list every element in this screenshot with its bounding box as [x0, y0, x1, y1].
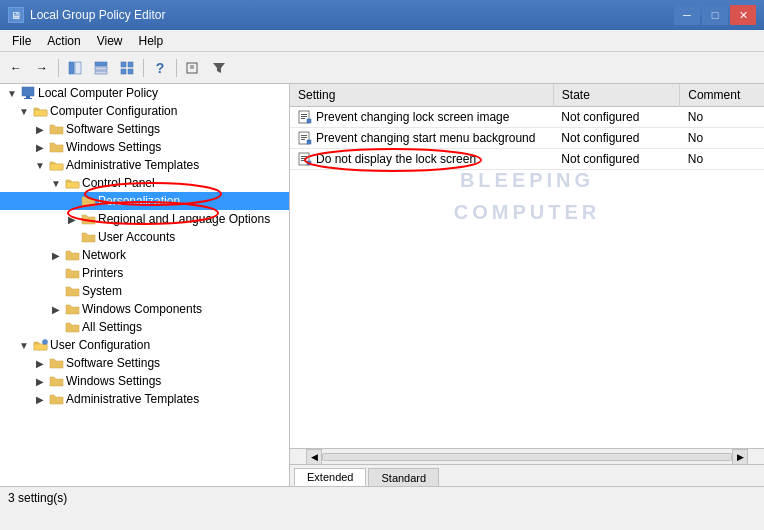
col-header-comment[interactable]: Comment — [680, 84, 764, 107]
tree-item-admin-templates-cc[interactable]: ▼ Administrative Templates — [0, 156, 289, 174]
policy-icon-3 — [298, 152, 312, 166]
label-setting-1: Prevent changing lock screen image — [316, 110, 509, 124]
label-regional: Regional and Language Options — [98, 212, 270, 226]
tree-item-computer-configuration[interactable]: ▼ Computer Configuration — [0, 102, 289, 120]
table-row[interactable]: Prevent changing start menu background N… — [290, 128, 764, 149]
svg-rect-28 — [301, 156, 307, 157]
folder-icon-at-uc — [48, 392, 64, 406]
toggle-regional[interactable]: ▶ — [64, 214, 80, 225]
svg-rect-2 — [95, 62, 107, 66]
toggle-all-settings[interactable] — [48, 322, 64, 333]
folder-icon-reg — [80, 212, 96, 226]
tree-item-printers[interactable]: Printers — [0, 264, 289, 282]
toggle-control-panel[interactable]: ▼ — [48, 178, 64, 189]
toggle-user-configuration[interactable]: ▼ — [16, 340, 32, 351]
toolbar-separator-1 — [58, 59, 59, 77]
table-cell-setting-3: Do not display the lock screen — [290, 149, 553, 169]
tree-item-all-settings[interactable]: All Settings — [0, 318, 289, 336]
toggle-windows-settings-cc[interactable]: ▶ — [32, 142, 48, 153]
menu-action[interactable]: Action — [39, 32, 88, 50]
svg-rect-24 — [301, 137, 307, 138]
menu-view[interactable]: View — [89, 32, 131, 50]
tree-item-regional[interactable]: ▶ Regional and Language Options — [0, 210, 289, 228]
toggle-printers[interactable] — [48, 268, 64, 279]
tree-item-user-configuration[interactable]: ▼ User Configuration — [0, 336, 289, 354]
toggle-user-accounts[interactable] — [64, 232, 80, 243]
main-content: ▼ Local Computer Policy ▼ Computer Confi… — [0, 84, 764, 486]
tree-item-local-computer-policy[interactable]: ▼ Local Computer Policy — [0, 84, 289, 102]
folder-icon-pr — [64, 266, 80, 280]
menu-file[interactable]: File — [4, 32, 39, 50]
horizontal-scrollbar[interactable]: ◀ ▶ — [290, 448, 764, 464]
minimize-button[interactable]: ─ — [674, 5, 700, 25]
table-row[interactable]: Do not display the lock screen Not confi… — [290, 149, 764, 170]
toggle-software-settings-cc[interactable]: ▶ — [32, 124, 48, 135]
svg-marker-12 — [213, 63, 225, 73]
tab-standard[interactable]: Standard — [368, 468, 439, 486]
label-personalization: Personalization — [98, 194, 180, 208]
table-cell-setting-2: Prevent changing start menu background — [290, 128, 553, 148]
svg-rect-31 — [307, 161, 311, 165]
toggle-personalization[interactable] — [64, 196, 80, 207]
tree-item-control-panel[interactable]: ▼ Control Panel — [0, 174, 289, 192]
close-button[interactable]: ✕ — [730, 5, 756, 25]
help-button[interactable]: ? — [148, 56, 172, 80]
svg-rect-4 — [95, 71, 107, 74]
folder-icon-net — [64, 248, 80, 262]
table-cell-comment-2: No — [680, 128, 764, 149]
tree-item-admin-templates-uc[interactable]: ▶ Administrative Templates — [0, 390, 289, 408]
back-button[interactable]: ← — [4, 56, 28, 80]
col-header-setting[interactable]: Setting — [290, 84, 553, 107]
table-scroll-area[interactable]: Setting State Comment — [290, 84, 764, 448]
toggle-admin-templates-cc[interactable]: ▼ — [32, 160, 48, 171]
folder-icon-ss-uc — [48, 356, 64, 370]
tree-item-software-settings-cc[interactable]: ▶ Software Settings — [0, 120, 289, 138]
toggle-software-settings-uc[interactable]: ▶ — [32, 358, 48, 369]
toggle-view-button[interactable] — [89, 56, 113, 80]
label-setting-3: Do not display the lock screen — [316, 152, 476, 166]
svg-rect-18 — [301, 114, 307, 115]
tree-item-network[interactable]: ▶ Network — [0, 246, 289, 264]
filter-button[interactable] — [207, 56, 231, 80]
svg-rect-7 — [121, 69, 126, 74]
tree-item-windows-settings-uc[interactable]: ▶ Windows Settings — [0, 372, 289, 390]
toggle-admin-templates-uc[interactable]: ▶ — [32, 394, 48, 405]
label-all-settings: All Settings — [82, 320, 142, 334]
label-admin-templates-cc: Administrative Templates — [66, 158, 199, 172]
tree-item-user-accounts[interactable]: User Accounts — [0, 228, 289, 246]
scroll-track[interactable] — [322, 453, 732, 461]
status-bar: 3 setting(s) — [0, 486, 764, 508]
menu-help[interactable]: Help — [131, 32, 172, 50]
tree-item-system[interactable]: System — [0, 282, 289, 300]
scroll-left-button[interactable]: ◀ — [306, 449, 322, 465]
tree-item-personalization[interactable]: Personalization — [0, 192, 289, 210]
tab-extended[interactable]: Extended — [294, 468, 366, 486]
label-admin-templates-uc: Administrative Templates — [66, 392, 199, 406]
toggle-system[interactable] — [48, 286, 64, 297]
tree-item-windows-components[interactable]: ▶ Windows Components — [0, 300, 289, 318]
folder-icon-ss — [48, 122, 64, 136]
toggle-computer-configuration[interactable]: ▼ — [16, 106, 32, 117]
toggle-local-computer-policy[interactable]: ▼ — [4, 88, 20, 99]
tree-item-windows-settings-cc[interactable]: ▶ Windows Settings — [0, 138, 289, 156]
table-row[interactable]: Prevent changing lock screen image Not c… — [290, 107, 764, 128]
label-windows-components: Windows Components — [82, 302, 202, 316]
label-windows-settings-cc: Windows Settings — [66, 140, 161, 154]
toolbar-separator-3 — [176, 59, 177, 77]
export-button[interactable] — [181, 56, 205, 80]
show-hide-button[interactable] — [63, 56, 87, 80]
svg-rect-5 — [121, 62, 126, 67]
scroll-right-button[interactable]: ▶ — [732, 449, 748, 465]
toggle-network[interactable]: ▶ — [48, 250, 64, 261]
large-icons-button[interactable] — [115, 56, 139, 80]
toggle-windows-components[interactable]: ▶ — [48, 304, 64, 315]
maximize-button[interactable]: □ — [702, 5, 728, 25]
toggle-windows-settings-uc[interactable]: ▶ — [32, 376, 48, 387]
label-windows-settings-uc: Windows Settings — [66, 374, 161, 388]
tree-item-software-settings-uc[interactable]: ▶ Software Settings — [0, 354, 289, 372]
folder-icon-sys — [64, 284, 80, 298]
toolbar: ← → ? — [0, 52, 764, 84]
forward-button[interactable]: → — [30, 56, 54, 80]
col-header-state[interactable]: State — [553, 84, 679, 107]
svg-point-16 — [42, 339, 47, 344]
